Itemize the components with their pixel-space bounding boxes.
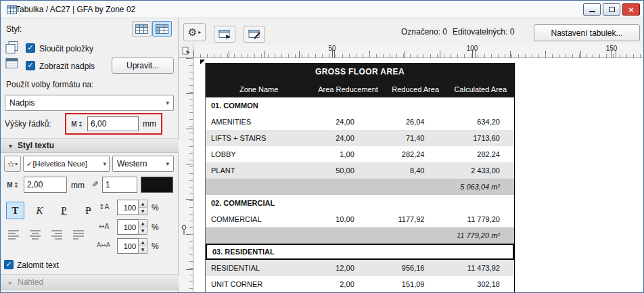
column-header-zone-name[interactable]: Zone Name [206,85,312,93]
show-title-checkbox[interactable]: ✓ [26,61,35,70]
spin-down-icon[interactable]: ▼ [139,246,147,253]
underline-button[interactable]: P [55,202,73,219]
spin-up-icon[interactable]: ▲ [139,239,147,246]
align-justify-icon[interactable] [72,229,85,240]
script-select[interactable]: Western ▾ [112,156,174,172]
pen-number-input[interactable] [102,177,137,193]
cell-reduced-area[interactable]: 8,40 [384,166,447,175]
preview-section-header[interactable]: ▸ Náhled [1,274,179,290]
cell-area-reducement[interactable]: 12,00 [312,264,384,272]
row-height-input[interactable] [87,116,139,131]
font-color-swatch[interactable] [141,177,173,193]
column-header-calculated-area[interactable]: Calculated Area [446,85,514,93]
cell-area-reducement[interactable]: 24,00 [312,134,384,142]
close-button[interactable]: × [622,3,640,16]
table-row[interactable]: AMENITIES 24,00 26,04 634,20 [206,114,514,130]
table-row[interactable]: COMMERCIAL 10,00 1177,92 11 779,20 [206,211,514,227]
group-total[interactable]: 11 779,20 m² [457,231,514,240]
table-row[interactable]: PLANT 50,00 8,40 2 433,00 [206,162,514,179]
merge-items-checkbox[interactable]: ✓ [26,43,35,53]
group-total[interactable]: 5 063,04 m² [460,183,514,191]
edit-title-button[interactable]: Upravit... [112,58,174,74]
group-name[interactable]: 01. COMMON [206,102,258,110]
align-left-icon[interactable] [7,229,20,240]
cell-reduced-area[interactable]: 956,16 [384,264,447,272]
table-row[interactable]: UNIT CORNER 2,00 151,09 302,18 [206,276,514,292]
cell-area-reducement[interactable]: 1,00 [312,150,384,158]
bold-button[interactable]: T [6,202,24,219]
table-group-row[interactable]: 02. COMMERCIAL [206,195,514,211]
table-summary-row[interactable]: 5 063,04 m² [206,179,514,195]
table-summary-row[interactable]: 11 779,20 m² [206,227,514,244]
schedule-settings-button[interactable]: Nastavení tabulek... [534,24,640,41]
cell-calculated-area[interactable]: 302,18 [446,280,514,288]
cell-calculated-area[interactable]: 634,20 [446,118,514,126]
strikethrough-button[interactable]: P [79,202,97,219]
spin-up-icon[interactable]: ▲ [139,220,147,227]
font-select[interactable]: ✓ [Helvetica Neue] ▾ [23,156,110,172]
group-name[interactable]: 03. RESIDENTIAL [207,248,275,256]
text-style-section-header[interactable]: ▾ Styl textu [1,138,179,153]
editor-toolbar: ⚙ ▸ Označeno: 0 Editovatelných: 0 Nas [179,18,643,44]
view-mode-grid-button[interactable] [132,21,152,37]
favorites-button[interactable]: ☆ ▸ [4,156,21,172]
ruler-section-marker[interactable] [181,225,187,235]
column-header-area-reducement[interactable]: Area Reducement [312,85,384,93]
spin-down-icon[interactable]: ▼ [139,208,147,215]
cell-area-reducement[interactable]: 24,00 [312,118,384,126]
minimize-button[interactable] [583,3,601,16]
italic-button[interactable]: K [30,202,49,219]
table-group-row[interactable]: 01. COMMON [206,97,514,114]
cell-reduced-area[interactable]: 1177,92 [384,215,447,223]
cell-calculated-area[interactable]: 282,24 [446,150,514,158]
title-bar[interactable]: Tabulka / AC27 | GFA by Zone 02 × [1,1,643,18]
column-header-reduced-area[interactable]: Reduced Area [384,85,447,93]
align-center-icon[interactable] [29,229,42,240]
cell-zone-name[interactable]: COMMERCIAL [206,215,312,223]
cell-zone-name[interactable]: UNIT CORNER [206,280,312,288]
spin-down-icon[interactable]: ▼ [139,227,147,234]
spin-up-icon[interactable]: ▲ [139,200,147,208]
cell-zone-name[interactable]: AMENITIES [206,118,312,126]
table-row[interactable]: LOBBY 1,00 282,24 282,24 [206,146,514,162]
cell-reduced-area[interactable]: 282,24 [384,150,447,158]
view-mode-table-button[interactable] [152,21,172,37]
cell-reduced-area[interactable]: 151,09 [384,280,447,288]
cell-area-reducement[interactable]: 2,00 [312,280,384,288]
align-right-icon[interactable] [51,229,64,240]
format-scope-select[interactable]: Nadpis ▾ [5,95,174,111]
cell-zone-name[interactable]: LIFTS + STAIRS [206,134,312,142]
cell-zone-name[interactable]: PLANT [206,166,312,175]
cell-zone-name[interactable]: RESIDENTIAL [206,264,312,272]
cell-reduced-area[interactable]: 26,04 [384,118,447,126]
cell-area-reducement[interactable]: 10,00 [312,215,384,223]
cell-calculated-area[interactable]: 11 473,92 [446,264,514,272]
table-group-row-selected[interactable]: 03. RESIDENTIAL [206,244,514,260]
ruler-corner-button[interactable] [179,44,193,58]
line-spacing-spinner[interactable]: ▲ ▼ [117,200,147,215]
format-options-button[interactable] [244,26,265,43]
table-header-row[interactable]: Zone Name Area Reducement Reduced Area C… [206,81,514,97]
font-size-input[interactable] [24,177,67,193]
triangle-down-icon: ▾ [9,142,12,150]
table-row[interactable]: LIFTS + STAIRS 24,00 71,40 1713,60 [206,130,514,146]
char-spacing-spinner[interactable]: ▲ ▼ [117,238,147,254]
table-row[interactable]: RESIDENTIAL 12,00 956,16 11 473,92 [206,260,514,276]
cell-calculated-area[interactable]: 1713,60 [446,134,514,142]
char-width-spinner[interactable]: ▲ ▼ [117,219,147,235]
wrap-text-checkbox[interactable]: ✓ [4,260,14,269]
char-width-input[interactable] [117,219,138,235]
table-anchor-marker[interactable] [200,60,205,64]
cell-reduced-area[interactable]: 71,40 [384,134,447,142]
scheme-settings-button[interactable]: ⚙ ▸ [183,23,206,41]
cell-calculated-area[interactable]: 2 433,00 [446,166,514,175]
maximize-button[interactable] [603,3,620,16]
table-title[interactable]: GROSS FLOOR AREA [206,63,514,81]
char-spacing-input[interactable] [117,238,138,254]
header-options-button[interactable] [214,26,235,43]
cell-calculated-area[interactable]: 11 779,20 [446,215,514,223]
cell-zone-name[interactable]: LOBBY [206,150,312,158]
line-spacing-input[interactable] [117,200,138,215]
cell-area-reducement[interactable]: 50,00 [312,166,384,175]
group-name[interactable]: 02. COMMERCIAL [206,199,275,207]
